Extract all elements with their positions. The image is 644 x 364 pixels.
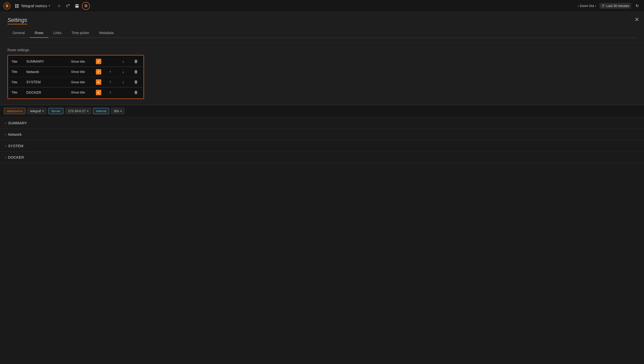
- row-label-3: Title: [9, 88, 24, 97]
- table-row: Title DOCKER Show title ✔ ↑ ↓ 🗑: [9, 88, 142, 97]
- row-delete-cell-1: 🗑: [130, 67, 142, 77]
- row-delete-cell-2: 🗑: [130, 77, 142, 87]
- tab-general[interactable]: General: [8, 28, 30, 38]
- svg-rect-11: [76, 5, 78, 6]
- rows-table: Title SUMMARY Show title ✔ ↑ ↓ 🗑: [9, 56, 142, 97]
- interval-label: Interval: [96, 109, 106, 113]
- rows-settings-title: Rows settings: [8, 48, 636, 52]
- row-name-2: SYSTEM: [24, 77, 68, 87]
- chevron-right-icon: ›: [5, 132, 6, 136]
- svg-rect-6: [15, 4, 17, 6]
- row-down-cell-3: ↓: [117, 88, 130, 97]
- settings-title: Settings: [8, 17, 27, 24]
- row-delete-button-1[interactable]: 🗑: [132, 68, 140, 75]
- interval-value-tag[interactable]: 30s ▾: [111, 108, 124, 114]
- svg-rect-9: [17, 6, 18, 8]
- section-header-docker[interactable]: › DOCKER: [0, 152, 644, 163]
- table-row: Title SYSTEM Show title ✔ ↑ ↓ 🗑: [9, 77, 142, 87]
- tab-time-picker[interactable]: Time picker: [66, 28, 94, 38]
- telegraf-label: telegraf: [30, 109, 41, 113]
- row-name-1: Network: [24, 67, 68, 77]
- checkbox-checked-icon[interactable]: ✔: [96, 79, 101, 85]
- dashboard-title[interactable]: Telegraf metrics ▾: [13, 3, 52, 9]
- table-row: Title Network Show title ✔ ↑ ↓ 🗑: [9, 67, 142, 77]
- star-button[interactable]: ☆: [55, 2, 63, 10]
- time-range-button[interactable]: ⏱ Last 30 minutes: [600, 3, 631, 9]
- time-range-label: Last 30 minutes: [606, 4, 629, 8]
- row-checkbox-1[interactable]: ✔: [93, 67, 104, 77]
- row-down-cell-0: ↓: [117, 56, 130, 67]
- section-label-network: Network: [8, 132, 22, 136]
- row-up-button-3[interactable]: ↑: [106, 89, 114, 96]
- datasource-tag[interactable]: datasource: [4, 108, 25, 114]
- share-button[interactable]: [64, 2, 72, 10]
- section-summary: › SUMMARY: [0, 117, 644, 129]
- chevron-down-icon: ▾: [49, 4, 50, 8]
- topbar-icons: ☆ ⚙: [55, 2, 90, 10]
- settings-button[interactable]: ⚙: [82, 2, 90, 10]
- row-down-cell-1: ↓: [117, 67, 130, 77]
- rows-table-container: Title SUMMARY Show title ✔ ↑ ↓ 🗑: [8, 55, 144, 99]
- telegraf-tag[interactable]: telegraf ▾: [27, 108, 46, 114]
- row-show-title-3: Show title: [68, 88, 93, 97]
- chevron-left-icon: ‹: [578, 4, 579, 8]
- dashboard-title-label: Telegraf metrics: [21, 4, 47, 8]
- row-name-0: SUMMARY: [24, 56, 68, 67]
- row-down-button-0[interactable]: ↓: [119, 58, 127, 65]
- caret-icon: ▾: [42, 110, 44, 112]
- section-header-network[interactable]: › Network: [0, 129, 644, 140]
- row-delete-button-3[interactable]: 🗑: [132, 89, 140, 96]
- chevron-right-icon: ›: [5, 144, 6, 148]
- svg-rect-7: [17, 4, 18, 6]
- checkbox-checked-icon[interactable]: ✔: [96, 59, 101, 64]
- interval-value: 30s: [114, 109, 119, 113]
- section-label-docker: DOCKER: [8, 155, 24, 159]
- row-checkbox-2[interactable]: ✔: [93, 77, 104, 87]
- save-button[interactable]: [73, 2, 81, 10]
- row-up-cell-3: ↑: [104, 88, 117, 97]
- grafana-logo[interactable]: [3, 2, 11, 10]
- row-label-0: Title: [9, 56, 24, 67]
- server-label-tag: Server: [48, 108, 63, 114]
- tab-rows[interactable]: Rows: [30, 28, 48, 38]
- row-down-button-1[interactable]: ↓: [119, 68, 127, 75]
- refresh-button[interactable]: ↻: [633, 2, 641, 10]
- chevron-right-icon: ›: [5, 155, 6, 159]
- zoom-out-button[interactable]: ‹ Zoom Out ›: [576, 3, 598, 9]
- table-row: Title SUMMARY Show title ✔ ↑ ↓ 🗑: [9, 56, 142, 67]
- server-value: 172-16-0-17: [68, 109, 86, 113]
- checkbox-checked-icon[interactable]: ✔: [96, 90, 101, 95]
- row-show-title-1: Show title: [68, 67, 93, 77]
- row-delete-button-0[interactable]: 🗑: [132, 58, 140, 65]
- topbar-right: ‹ Zoom Out › ⏱ Last 30 minutes ↻: [576, 2, 641, 10]
- row-checkbox-0[interactable]: ✔: [93, 56, 104, 67]
- tab-links[interactable]: Links: [48, 28, 66, 38]
- server-value-tag[interactable]: 172-16-0-17 ▾: [65, 108, 91, 114]
- row-delete-cell-0: 🗑: [130, 56, 142, 67]
- interval-label-tag: Interval: [93, 108, 109, 114]
- tab-metadata[interactable]: Metadata: [94, 28, 118, 38]
- row-up-btn-0: ↑: [104, 56, 117, 67]
- row-down-button-2[interactable]: ↓: [119, 79, 127, 86]
- bottom-bar: datasource telegraf ▾ Server 172-16-0-17…: [0, 105, 644, 117]
- server-label: Server: [51, 109, 60, 113]
- settings-panel: Settings ✕ General Rows Links Time picke…: [0, 12, 644, 43]
- svg-point-2: [6, 5, 8, 7]
- chevron-right-icon: ›: [5, 121, 6, 125]
- row-delete-button-2[interactable]: 🗑: [132, 79, 140, 86]
- refresh-icon: ↻: [636, 4, 639, 8]
- rows-settings-section: Rows settings Title SUMMARY Show title ✔…: [0, 43, 644, 105]
- section-label-summary: SUMMARY: [8, 121, 27, 125]
- row-up-button-2[interactable]: ↑: [106, 79, 114, 86]
- section-header-system[interactable]: › SYSTEM: [0, 140, 644, 151]
- row-name-3: DOCKER: [24, 88, 68, 97]
- row-show-title-0: Show title: [68, 56, 93, 67]
- section-header-summary[interactable]: › SUMMARY: [0, 117, 644, 128]
- settings-close-button[interactable]: ✕: [634, 17, 639, 22]
- dashboard-body: › SUMMARY › Network › SYSTEM › DOCKER: [0, 117, 644, 163]
- section-label-system: SYSTEM: [8, 144, 23, 148]
- row-checkbox-3[interactable]: ✔: [93, 88, 104, 97]
- clock-icon: ⏱: [602, 4, 605, 8]
- row-up-button-1[interactable]: ↑: [106, 68, 114, 75]
- checkbox-checked-icon[interactable]: ✔: [96, 69, 101, 75]
